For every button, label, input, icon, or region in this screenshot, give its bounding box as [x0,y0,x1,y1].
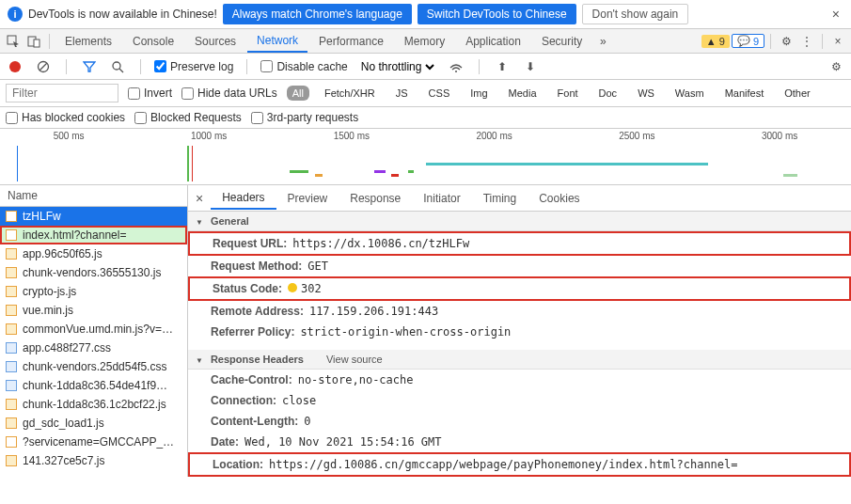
request-row[interactable]: app.c488f277.css [0,339,187,357]
svg-point-7 [455,71,457,72]
request-row[interactable]: tzHLFw [0,207,187,226]
timeline[interactable]: 500 ms 1000 ms 1500 ms 2000 ms 2500 ms 3… [0,129,851,185]
request-name: vue.min.js [23,304,73,317]
request-url-value: https://dx.10086.cn/tzHLFw [292,237,469,250]
request-row[interactable]: vue.min.js [0,301,187,320]
type-other[interactable]: Other [779,86,816,101]
inspect-icon[interactable] [4,32,23,51]
devtools-close-icon[interactable]: × [828,32,847,51]
dont-show-button[interactable]: Don't show again [582,4,689,24]
type-doc[interactable]: Doc [593,86,623,101]
record-icon[interactable] [6,57,24,76]
type-img[interactable]: Img [465,86,493,101]
throttling-select[interactable]: No throttling [357,59,437,74]
more-tabs-icon[interactable]: » [593,32,612,51]
dtab-response[interactable]: Response [339,188,412,209]
tab-memory[interactable]: Memory [395,31,454,52]
response-headers-title: Response Headers [211,354,304,365]
request-row[interactable]: app.96c50f65.js [0,244,187,263]
js-icon [6,286,17,297]
close-icon[interactable]: × [828,7,843,22]
tab-performance[interactable]: Performance [309,31,393,52]
kebab-icon[interactable]: ⋮ [797,32,816,51]
js-icon [6,248,17,260]
hide-data-urls-checkbox[interactable]: Hide data URLs [181,87,277,100]
remote-address-value: 117.159.206.191:443 [309,305,438,318]
type-all[interactable]: All [287,86,309,101]
type-wasm[interactable]: Wasm [670,86,710,101]
filter-icon[interactable] [80,57,99,76]
request-row[interactable]: commonVue.umd.min.js?v=… [0,320,187,339]
type-fetch[interactable]: Fetch/XHR [319,86,381,101]
request-row[interactable]: crypto-js.js [0,282,187,301]
tab-security[interactable]: Security [532,31,591,52]
request-name: ?servicename=GMCCAPP_… [23,435,174,449]
response-headers-section[interactable]: Response HeadersView source [188,350,851,370]
type-css[interactable]: CSS [423,86,456,101]
third-party-checkbox[interactable]: 3rd-party requests [251,111,358,124]
search-icon[interactable] [108,57,127,76]
request-row[interactable]: ?servicename=GMCCAPP_… [0,433,187,451]
general-section[interactable]: General [188,212,851,231]
blocked-cookies-checkbox[interactable]: Has blocked cookies [6,111,125,124]
request-row[interactable]: chunk-1dda8c36.1c2bcf22.js [0,395,187,414]
view-source-link[interactable]: View source [326,354,383,365]
clear-icon[interactable] [34,57,53,76]
dtab-preview[interactable]: Preview [276,188,339,209]
network-settings-icon[interactable]: ⚙ [827,57,845,76]
network-toolbar: Preserve log Disable cache No throttling… [0,54,851,80]
request-method-row: Request Method:GET [188,256,851,276]
request-row[interactable]: gd_sdc_load1.js [0,414,187,433]
request-row[interactable]: index.html?channel= [0,226,187,244]
filter-input[interactable] [6,84,118,102]
dtab-headers[interactable]: Headers [211,187,276,210]
remote-address-key: Remote Address: [211,305,304,318]
main-tabs: Elements Console Sources Network Perform… [0,29,851,54]
tab-application[interactable]: Application [456,31,530,52]
infobar-text: DevTools is now available in Chinese! [28,8,217,21]
js-icon [6,323,17,335]
dtab-cookies[interactable]: Cookies [528,188,591,209]
divider [479,59,480,74]
close-detail-icon[interactable]: × [188,191,211,206]
tab-console[interactable]: Console [123,31,183,52]
request-row[interactable]: chunk-vendors.25dd54f5.css [0,357,187,376]
preserve-log-checkbox[interactable]: Preserve log [154,60,233,73]
tl-2000: 2000 ms [476,131,512,141]
detail-tabs: × Headers Preview Response Initiator Tim… [188,185,851,212]
always-match-button[interactable]: Always match Chrome's language [223,4,412,24]
gear-icon[interactable]: ⚙ [777,32,796,51]
blocked-requests-checkbox[interactable]: Blocked Requests [134,111,242,124]
import-icon[interactable]: ⬆ [493,57,512,76]
general-title: General [211,215,249,227]
type-js[interactable]: JS [390,86,414,101]
js-icon [6,399,17,410]
tab-network[interactable]: Network [247,30,307,53]
device-icon[interactable] [24,32,43,51]
dtab-timing[interactable]: Timing [472,188,528,209]
warnings-badge[interactable]: ▲ 9 [701,35,730,48]
disable-cache-checkbox[interactable]: Disable cache [260,60,347,73]
type-media[interactable]: Media [503,86,543,101]
export-icon[interactable]: ⬇ [521,57,540,76]
network-conditions-icon[interactable] [447,57,465,76]
name-column-header[interactable]: Name [0,185,187,207]
dtab-initiator[interactable]: Initiator [412,188,471,209]
tab-elements[interactable]: Elements [55,31,121,52]
type-manifest[interactable]: Manifest [719,86,770,101]
third-party-label: 3rd-party requests [267,111,358,124]
invert-checkbox[interactable]: Invert [128,87,172,100]
request-url-key: Request URL: [213,237,287,250]
date-key: Date: [211,435,239,449]
request-row[interactable]: 141.327ce5c7.js [0,451,187,470]
css-icon [6,361,17,372]
request-row[interactable]: chunk-1dda8c36.54de41f9… [0,376,187,395]
request-row[interactable]: chunk-vendors.36555130.js [0,263,187,282]
referrer-policy-key: Referrer Policy: [211,325,294,339]
issues-badge[interactable]: 💬 9 [732,34,764,48]
type-ws[interactable]: WS [632,86,660,101]
request-method-key: Request Method: [211,260,302,273]
type-font[interactable]: Font [552,86,584,101]
switch-chinese-button[interactable]: Switch DevTools to Chinese [418,4,576,24]
tab-sources[interactable]: Sources [185,31,245,52]
